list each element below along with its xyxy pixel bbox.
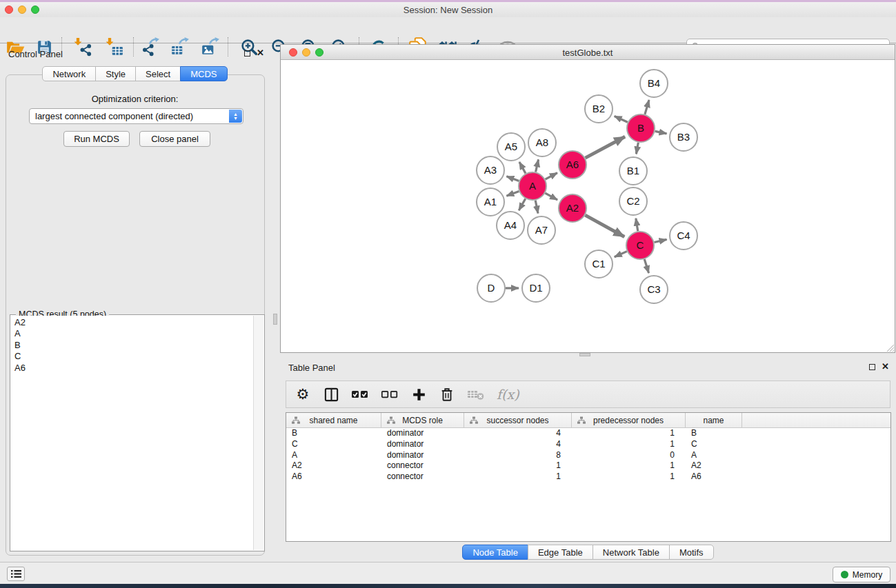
float-panel-icon[interactable] — [244, 50, 250, 57]
graph-node-B2[interactable]: B2 — [585, 95, 613, 123]
graph-edge-A-A7[interactable] — [535, 201, 538, 214]
table-toolbar: ⚙ — [286, 381, 890, 408]
column-header-successor-nodes[interactable]: successor nodes — [464, 413, 572, 427]
graph-edge-A-A5[interactable] — [519, 162, 526, 174]
graph-edge-C-C4[interactable] — [654, 239, 666, 242]
delete-table-button[interactable] — [467, 385, 485, 404]
close-panel-button[interactable]: Close panel — [139, 131, 210, 147]
graph-node-A[interactable]: A — [519, 172, 546, 200]
graph-node-D[interactable]: D — [477, 274, 505, 302]
close-panel-icon[interactable]: ✕ — [257, 50, 264, 57]
run-mcds-button[interactable]: Run MCDS — [63, 131, 130, 147]
graph-node-A6[interactable]: A6 — [559, 151, 586, 179]
delete-column-button[interactable] — [439, 385, 455, 404]
graph-node-B3[interactable]: B3 — [670, 123, 697, 151]
graph-edge-B-B4[interactable] — [645, 100, 649, 114]
optimization-criterion-label: Optimization criterion: — [0, 94, 270, 104]
graph-edge-A2-C[interactable] — [585, 215, 624, 236]
tab-mcds[interactable]: MCDS — [180, 66, 227, 81]
toggle-split-view-button[interactable] — [323, 385, 339, 404]
mcds-result-item[interactable]: A2 — [14, 317, 253, 328]
table-row[interactable]: A2connector11A2 — [286, 460, 890, 472]
graph-edge-A6-B[interactable] — [586, 136, 626, 158]
graph-node-A2[interactable]: A2 — [559, 194, 586, 222]
tab-style[interactable]: Style — [95, 66, 136, 81]
graph-node-C4[interactable]: C4 — [670, 222, 697, 250]
graph-node-A8[interactable]: A8 — [528, 129, 556, 156]
tab-edge-table[interactable]: Edge Table — [528, 545, 593, 560]
graph-node-C3[interactable]: C3 — [640, 276, 668, 303]
graph-edge-A-A2[interactable] — [545, 193, 557, 200]
tab-network[interactable]: Network — [42, 66, 96, 81]
graph-node-A1[interactable]: A1 — [477, 188, 504, 216]
cell-predecessor-nodes: 1 — [572, 428, 686, 439]
graph-edge-B-B1[interactable] — [636, 143, 638, 154]
graph-edge-A-A6[interactable] — [546, 173, 557, 179]
table-settings-button[interactable]: ⚙ — [295, 385, 311, 404]
graph-edge-B-B2[interactable] — [615, 116, 628, 122]
graph-node-C2[interactable]: C2 — [619, 187, 647, 215]
criterion-dropdown[interactable]: largest connected component (directed) ▲… — [29, 108, 243, 124]
application-window: Session: New Session — [0, 0, 896, 588]
graph-node-B4[interactable]: B4 — [640, 70, 668, 97]
column-header-shared-name[interactable]: shared name — [286, 413, 381, 427]
unchecked-boxes-icon — [381, 388, 399, 401]
table-row[interactable]: Cdominator41C — [286, 439, 890, 450]
svg-text:B1: B1 — [627, 165, 639, 176]
memory-label: Memory — [853, 570, 882, 580]
graph-edge-A-A4[interactable] — [519, 199, 525, 210]
float-table-panel-icon[interactable] — [869, 364, 875, 370]
add-column-button[interactable] — [410, 385, 427, 404]
svg-text:A6: A6 — [566, 159, 579, 170]
horizontal-split-handle[interactable] — [579, 353, 590, 356]
tab-select[interactable]: Select — [135, 66, 181, 81]
graph-edge-B-B3[interactable] — [655, 131, 667, 134]
mcds-result-item[interactable]: A6 — [14, 363, 253, 374]
deselect-all-button[interactable] — [381, 385, 399, 404]
table-row[interactable]: A6connector11A6 — [286, 472, 890, 483]
column-header-name[interactable]: name — [686, 413, 742, 427]
mcds-result-item[interactable]: A — [14, 328, 253, 339]
apply-function-button[interactable]: f(x) — [497, 385, 519, 404]
graph-node-A7[interactable]: A7 — [528, 216, 555, 244]
show-task-history-button[interactable] — [7, 567, 25, 581]
graph-node-A5[interactable]: A5 — [497, 133, 525, 161]
resize-grip-icon[interactable] — [885, 343, 894, 352]
graph-node-D1[interactable]: D1 — [522, 274, 550, 302]
graph-edge-C-C3[interactable] — [644, 259, 648, 273]
graph-node-C[interactable]: C — [626, 232, 654, 259]
graph-edge-A-A8[interactable] — [536, 159, 539, 172]
tab-node-table[interactable]: Node Table — [462, 545, 528, 560]
network-canvas[interactable]: B4B2BB3A5A8A6A3B1AA1C2A2A4A7CC4C1C3DD1 — [281, 60, 895, 352]
graph-node-A4[interactable]: A4 — [497, 212, 524, 239]
control-panel: Control Panel ✕ NetworkStyleSelectMCDS O… — [0, 44, 270, 560]
graph-edge-A-A1[interactable] — [506, 191, 519, 196]
graph-edge-C-C2[interactable] — [636, 219, 638, 232]
plus-icon — [412, 387, 426, 402]
table-row[interactable]: Adominator80A — [286, 450, 890, 461]
select-all-button[interactable] — [351, 385, 369, 404]
result-scrollbar[interactable] — [253, 316, 263, 550]
cell-predecessor-nodes: 0 — [572, 450, 686, 461]
graph-edge-A-A3[interactable] — [506, 176, 519, 181]
graph-node-B1[interactable]: B1 — [619, 157, 647, 185]
graph-node-C1[interactable]: C1 — [585, 250, 613, 278]
graph-node-B[interactable]: B — [627, 114, 655, 142]
svg-text:C: C — [637, 239, 644, 251]
mcds-result-item[interactable]: C — [14, 351, 253, 362]
memory-button[interactable]: Memory — [833, 567, 890, 582]
table-row[interactable]: Bdominator41B — [286, 428, 890, 439]
tab-network-table[interactable]: Network Table — [593, 545, 670, 560]
mcds-result-list[interactable]: A2ABCA6 — [11, 316, 253, 550]
tab-motifs[interactable]: Motifs — [669, 545, 714, 560]
graph-edge-C-C1[interactable] — [615, 252, 627, 257]
vertical-split-handle[interactable] — [273, 314, 277, 325]
column-header-predecessor-nodes[interactable]: predecessor nodes — [572, 413, 686, 427]
column-header-mcds-role[interactable]: MCDS role — [381, 413, 464, 427]
cell-shared-name: A6 — [286, 472, 381, 483]
graph-node-A3[interactable]: A3 — [477, 156, 504, 184]
svg-text:A4: A4 — [504, 219, 517, 231]
table-panel: Table Panel ✕ ⚙ — [280, 357, 896, 560]
mcds-result-item[interactable]: B — [14, 340, 253, 351]
close-table-panel-icon[interactable]: ✕ — [882, 363, 889, 370]
